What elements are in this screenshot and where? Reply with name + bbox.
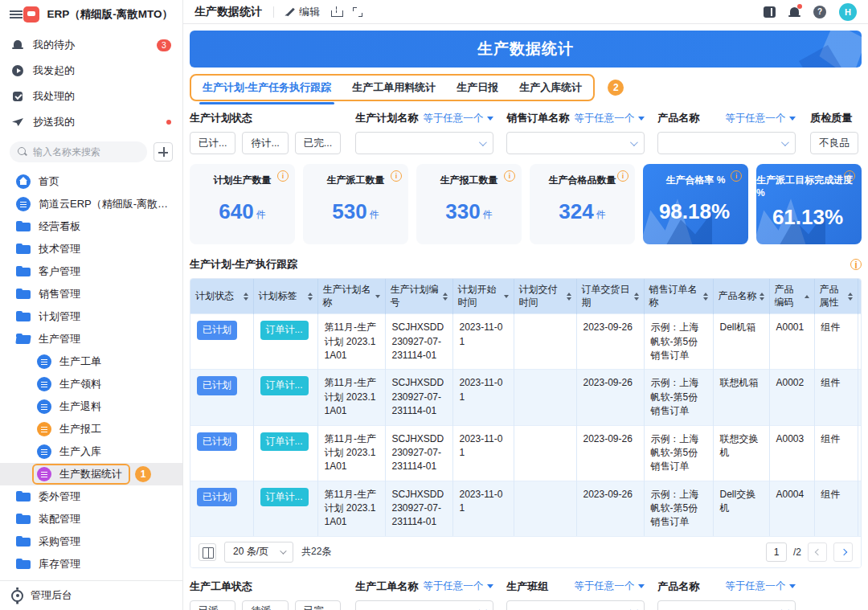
status-filter-chip[interactable]: 待派... <box>242 600 288 610</box>
sidebar-item[interactable]: 采购管理 <box>0 530 182 553</box>
quick-nav-item[interactable]: 我处理的 <box>0 84 182 109</box>
sidebar-item-icon <box>37 399 51 414</box>
status-filter-chip[interactable]: 已派... <box>190 600 235 610</box>
column-header[interactable]: 产品编码 <box>769 279 814 314</box>
sidebar-item[interactable]: 生产工单 <box>0 350 182 373</box>
help-icon[interactable]: ? <box>813 6 826 18</box>
share-icon[interactable] <box>331 6 342 17</box>
tab[interactable]: 生产日报 <box>457 80 498 95</box>
info-icon[interactable] <box>731 170 742 182</box>
status-filter-chip[interactable]: 已计... <box>190 132 235 154</box>
column-header[interactable]: 生产计划名称 <box>317 279 385 314</box>
status-filter-chip[interactable]: 已完... <box>295 600 341 610</box>
table-row[interactable]: 已计划 订单计... 第11月-生产计划 2023.11A01 SCJHXSDD… <box>190 370 862 425</box>
sidebar-search <box>0 137 182 169</box>
sidebar-item[interactable]: 销售管理 <box>0 283 182 305</box>
info-icon[interactable] <box>617 170 628 182</box>
product-name-cell: 联想机箱 <box>713 370 769 425</box>
filter-operator[interactable]: 等于任意一个 <box>423 579 493 593</box>
info-icon[interactable] <box>277 170 289 182</box>
notifications-bell-icon[interactable] <box>788 6 800 18</box>
sidebar-item[interactable]: 简道云ERP（精细版-离散MTO）「... <box>0 193 182 215</box>
sidebar-item[interactable]: 库存管理 <box>0 553 182 575</box>
info-icon[interactable] <box>850 259 862 270</box>
sidebar-item[interactable]: 装配管理 <box>0 508 182 530</box>
quick-nav-label: 我处理的 <box>33 89 75 104</box>
product-name-cell: 联想交换机 <box>713 425 769 481</box>
table-row[interactable]: 已计划 订单计... 第11月-生产计划 2023.11A01 SCJHXSDD… <box>190 425 862 481</box>
tab[interactable]: 生产入库统计 <box>519 80 582 95</box>
filter-operator[interactable]: 等于任意一个 <box>725 112 796 125</box>
sidebar-item[interactable]: 生产数据统计 1 <box>0 463 182 485</box>
table-row[interactable]: 已计划 订单计... 第11月-生产计划 2023.11A01 SCJHXSDD… <box>190 481 862 536</box>
sidebar-item[interactable]: 生产退料 <box>0 395 182 418</box>
filter-dropdown[interactable] <box>355 600 493 610</box>
stat-card-label: 生产合格品数量 <box>549 174 616 187</box>
filter-dropdown[interactable] <box>506 132 645 154</box>
product-code-cell: A0003 <box>769 425 814 481</box>
edit-button[interactable]: 编辑 <box>285 5 320 19</box>
column-header[interactable]: 计划交付时间 <box>514 279 576 314</box>
journal-icon[interactable] <box>764 6 776 18</box>
next-page-button[interactable] <box>833 542 853 562</box>
quick-nav-item[interactable]: 我发起的 <box>0 58 182 84</box>
filter-dropdown[interactable] <box>657 600 796 610</box>
quick-nav: 我的待办 3 我发起的 我处理的 <box>0 27 182 137</box>
sidebar-item[interactable]: 技术管理 <box>0 238 182 260</box>
tab[interactable]: 生产工单用料统计 <box>352 80 436 95</box>
filter-dropdown[interactable] <box>355 132 493 154</box>
plan-filters: 生产计划状态 已计...待计...已完... 生产计划名称 等于任意一个 <box>190 111 862 154</box>
filter-dropdown[interactable] <box>506 600 645 610</box>
app-window: ERP（精细版-离散MTO） 我的待办 3 我发起的 <box>0 0 868 610</box>
add-app-button[interactable] <box>154 142 173 162</box>
sidebar-item[interactable]: 生产管理 <box>0 328 182 350</box>
filter-operator[interactable]: 等于任意一个 <box>574 579 645 593</box>
quality-filter-chip[interactable]: 不良品 <box>810 132 858 154</box>
order-name-cell: 示例：上海帆软-第5份销售订单 <box>644 370 713 425</box>
column-header[interactable]: 计划标签 <box>253 279 317 314</box>
caret-down-icon <box>789 117 796 121</box>
quick-nav-item[interactable]: 我的待办 3 <box>0 32 182 58</box>
filter-operator[interactable]: 等于任意一个 <box>725 579 796 593</box>
avatar[interactable]: H <box>839 3 857 21</box>
sidebar-item[interactable]: 首页 <box>0 170 182 193</box>
hamburger-menu-icon[interactable] <box>10 10 16 19</box>
admin-console-link[interactable]: 管理后台 <box>0 580 182 610</box>
sidebar-item-label: 经营看板 <box>39 219 80 234</box>
quick-nav-item[interactable]: 抄送我的 <box>0 109 182 135</box>
filter-dropdown[interactable] <box>657 132 796 154</box>
status-filter-chip[interactable]: 已完... <box>295 132 341 154</box>
search-input[interactable] <box>33 146 139 158</box>
column-header[interactable]: 订单交货日期 <box>576 279 644 314</box>
sidebar-item[interactable]: 委外管理 <box>0 485 182 508</box>
column-header[interactable]: 计划开始时间 <box>452 279 514 314</box>
plan-table-title: 生产计划-生产执行跟踪 <box>190 257 297 272</box>
sidebar-item[interactable]: 经营看板 <box>0 215 182 238</box>
sidebar-item[interactable]: 生产领料 <box>0 373 182 395</box>
status-filter-chip[interactable]: 待计... <box>242 132 288 154</box>
column-header[interactable]: 生产计划编号 <box>385 279 452 314</box>
tab[interactable]: 生产计划-生产任务执行跟踪 <box>203 80 331 95</box>
sidebar-item[interactable]: 客户管理 <box>0 260 182 283</box>
table-row[interactable]: 已计划 订单计... 第11月-生产计划 2023.11A01 SCJHXSDD… <box>190 314 862 370</box>
info-icon[interactable] <box>391 170 402 182</box>
prev-page-button[interactable] <box>808 542 827 562</box>
column-header[interactable] <box>858 279 862 314</box>
column-header[interactable]: 产品属性 <box>814 279 858 314</box>
page-number-input[interactable]: 1 <box>766 542 787 562</box>
tag-badge: 订单计... <box>260 432 309 451</box>
sidebar-item[interactable]: 生产报工 <box>0 418 182 440</box>
fullscreen-icon[interactable] <box>353 7 362 17</box>
info-icon[interactable] <box>504 170 515 182</box>
sidebar-item-icon <box>16 197 31 211</box>
column-header[interactable]: 销售订单名称 <box>644 279 713 314</box>
column-settings-icon[interactable] <box>199 543 216 561</box>
column-header[interactable]: 产品名称 <box>713 279 769 314</box>
sidebar-item[interactable]: 计划管理 <box>0 305 182 328</box>
column-header[interactable]: 计划状态 <box>190 279 253 314</box>
filter-operator[interactable]: 等于任意一个 <box>574 112 645 125</box>
filter-operator[interactable]: 等于任意一个 <box>423 112 493 125</box>
page-size-select[interactable]: 20 条/页 <box>224 542 293 563</box>
sidebar-item[interactable]: 生产入库 <box>0 440 182 463</box>
search-box[interactable] <box>10 141 147 162</box>
